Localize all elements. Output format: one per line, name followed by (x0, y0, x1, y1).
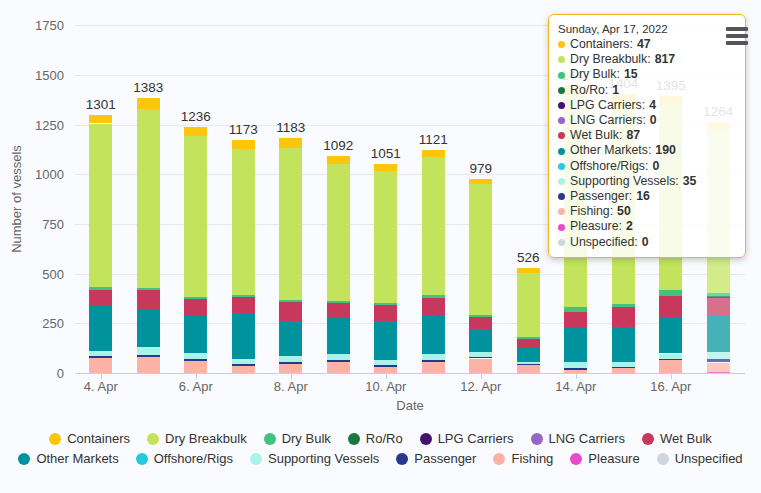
bar-segment-passenger[interactable] (89, 356, 112, 358)
bar-segment-fishing[interactable] (327, 362, 350, 373)
bar-segment-wet-bulk[interactable] (232, 297, 255, 313)
bar-segment-fishing[interactable] (137, 357, 160, 373)
bar-segment-containers[interactable] (327, 156, 350, 164)
bar-segment-fishing[interactable] (422, 362, 445, 373)
bar-segment-dry-breakbulk[interactable] (469, 183, 492, 314)
bar-segment-supporting-vessels[interactable] (612, 362, 635, 367)
bar-segment-dry-bulk[interactable] (374, 303, 397, 305)
bar-segment-wet-bulk[interactable] (659, 296, 682, 317)
bar-segment-passenger[interactable] (612, 367, 635, 368)
bar-segment-passenger[interactable] (184, 359, 207, 361)
legend-item-fishing[interactable]: Fishing (493, 451, 553, 466)
bar-segment-supporting-vessels[interactable] (279, 356, 302, 362)
bar-segment-fishing[interactable] (469, 359, 492, 373)
legend-item-wet-bulk[interactable]: Wet Bulk (642, 431, 712, 446)
legend-item-ro-ro[interactable]: Ro/Ro (348, 431, 403, 446)
bar-segment-dry-breakbulk[interactable] (89, 124, 112, 288)
legend-item-passenger[interactable]: Passenger (396, 451, 476, 466)
bar-segment-dry-bulk[interactable] (707, 293, 730, 296)
bar-segment-other-markets[interactable] (564, 328, 587, 361)
bar-segment-containers[interactable] (89, 115, 112, 124)
bar-segment-dry-breakbulk[interactable] (232, 149, 255, 295)
bar-segment-wet-bulk[interactable] (137, 290, 160, 310)
legend-item-lpg-carriers[interactable]: LPG Carriers (420, 431, 514, 446)
bar-segment-supporting-vessels[interactable] (137, 347, 160, 355)
bar-segment-containers[interactable] (184, 127, 207, 136)
bar-segment-passenger[interactable] (707, 359, 730, 362)
bar-segment-other-markets[interactable] (137, 310, 160, 347)
bar-segment-supporting-vessels[interactable] (327, 354, 350, 360)
bar-segment-wet-bulk[interactable] (517, 339, 540, 348)
bar-segment-supporting-vessels[interactable] (564, 362, 587, 369)
bar-segment-containers[interactable] (517, 268, 540, 273)
bar-segment-fishing[interactable] (89, 358, 112, 373)
bar-segment-containers[interactable] (279, 138, 302, 148)
bar-segment-dry-bulk[interactable] (469, 315, 492, 317)
bar-segment-wet-bulk[interactable] (327, 303, 350, 318)
bar-segment-other-markets[interactable] (707, 315, 730, 353)
bar-segment-containers[interactable] (469, 179, 492, 184)
bar-segment-other-markets[interactable] (232, 313, 255, 359)
bar-segment-other-markets[interactable] (422, 315, 445, 355)
bar-segment-wet-bulk[interactable] (374, 305, 397, 321)
bar-segment-supporting-vessels[interactable] (89, 351, 112, 355)
bar-segment-dry-breakbulk[interactable] (517, 273, 540, 337)
bar-segment-passenger[interactable] (137, 355, 160, 357)
legend-item-pleasure[interactable]: Pleasure (570, 451, 639, 466)
bar-segment-fishing[interactable] (184, 361, 207, 373)
bar-segment-containers[interactable] (374, 164, 397, 171)
legend-item-containers[interactable]: Containers (49, 431, 130, 446)
bar-segment-dry-breakbulk[interactable] (184, 136, 207, 296)
bar-segment-passenger[interactable] (374, 365, 397, 367)
bar-segment-wet-bulk[interactable] (422, 298, 445, 315)
bar-segment-lpg-carriers[interactable] (707, 297, 730, 298)
bar-segment-dry-breakbulk[interactable] (422, 157, 445, 295)
bar-segment-dry-bulk[interactable] (612, 304, 635, 306)
bar-segment-dry-bulk[interactable] (184, 297, 207, 299)
bar-segment-supporting-vessels[interactable] (374, 360, 397, 365)
legend-item-dry-breakbulk[interactable]: Dry Breakbulk (147, 431, 247, 446)
bar-segment-passenger[interactable] (422, 360, 445, 362)
bar-segment-supporting-vessels[interactable] (517, 362, 540, 364)
bar-segment-passenger[interactable] (327, 360, 350, 362)
bar-segment-dry-bulk[interactable] (422, 295, 445, 297)
bar-segment-dry-breakbulk[interactable] (327, 164, 350, 301)
bar-segment-dry-bulk[interactable] (89, 287, 112, 290)
bar-segment-wet-bulk[interactable] (707, 297, 730, 314)
bar-segment-wet-bulk[interactable] (469, 317, 492, 329)
bar-segment-wet-bulk[interactable] (612, 307, 635, 327)
bar-segment-dry-bulk[interactable] (517, 337, 540, 339)
bar-segment-passenger[interactable] (659, 359, 682, 360)
bar-segment-passenger[interactable] (469, 357, 492, 358)
bar-segment-dry-bulk[interactable] (659, 290, 682, 296)
bar-segment-passenger[interactable] (279, 362, 302, 364)
bar-segment-fishing[interactable] (707, 363, 730, 373)
bar-segment-supporting-vessels[interactable] (659, 354, 682, 359)
bar-segment-containers[interactable] (137, 98, 160, 109)
bar-segment-fishing[interactable] (659, 360, 682, 373)
bar-segment-fishing[interactable] (374, 367, 397, 373)
bar-segment-fishing[interactable] (612, 368, 635, 372)
legend-item-unspecified[interactable]: Unspecified (657, 451, 743, 466)
bar-segment-other-markets[interactable] (279, 321, 302, 357)
bar-segment-passenger[interactable] (232, 364, 255, 366)
bar-segment-other-markets[interactable] (517, 348, 540, 362)
bar-segment-dry-bulk[interactable] (137, 288, 160, 290)
bar-segment-dry-breakbulk[interactable] (374, 171, 397, 303)
hamburger-menu-icon[interactable] (726, 27, 748, 45)
bar-segment-supporting-vessels[interactable] (422, 354, 445, 360)
bar-segment-containers[interactable] (232, 140, 255, 149)
bar-segment-dry-breakbulk[interactable] (279, 148, 302, 300)
bar-segment-dry-bulk[interactable] (327, 301, 350, 303)
bar-segment-passenger[interactable] (517, 364, 540, 365)
legend-item-supporting-vessels[interactable]: Supporting Vessels (250, 451, 379, 466)
legend-item-lng-carriers[interactable]: LNG Carriers (531, 431, 626, 446)
bar-segment-fishing[interactable] (564, 370, 587, 373)
bar-segment-other-markets[interactable] (612, 327, 635, 363)
bar-segment-other-markets[interactable] (374, 321, 397, 361)
bar-segment-dry-breakbulk[interactable] (137, 109, 160, 288)
bar-segment-other-markets[interactable] (184, 315, 207, 354)
bar-segment-dry-bulk[interactable] (564, 307, 587, 312)
bar-segment-supporting-vessels[interactable] (469, 352, 492, 358)
legend-item-other-markets[interactable]: Other Markets (18, 451, 118, 466)
